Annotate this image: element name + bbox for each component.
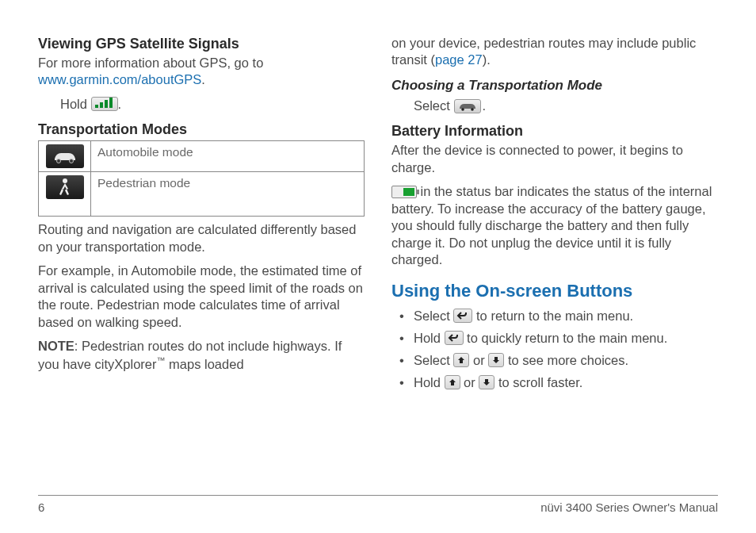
list-item: Select or to see more choices.: [396, 351, 718, 369]
svg-point-4: [472, 108, 475, 111]
gps-intro-paragraph: For more information about GPS, go to ww…: [38, 55, 365, 89]
battery-icon: [391, 186, 417, 198]
arrow-down-icon: [488, 353, 504, 367]
pedestrian-icon: [46, 175, 84, 199]
svg-point-0: [56, 159, 60, 163]
content-columns: Viewing GPS Satellite Signals For more i…: [38, 35, 718, 479]
manual-title: nüvi 3400 Series Owner's Manual: [540, 500, 718, 514]
continuation-paragraph: on your device, pedestrian routes may in…: [391, 35, 718, 69]
bullet-text: to see more choices.: [504, 353, 628, 367]
signal-bars-icon: [91, 97, 118, 111]
arrow-up-icon: [445, 375, 460, 389]
table-row: Automobile mode: [39, 141, 365, 172]
arrow-up-icon: [453, 353, 469, 367]
battery-p2-text: in the status bar indicates the status o…: [391, 184, 712, 266]
auto-icon-cell: [39, 141, 91, 172]
select-instruction: Select .: [391, 98, 718, 114]
onscreen-bullet-list: Select to return to the main menu. Hold …: [391, 307, 718, 392]
gps-intro-text: For more information about GPS, go to: [38, 56, 263, 70]
page-number: 6: [38, 500, 44, 514]
page-link[interactable]: page 27: [435, 52, 483, 67]
car-icon: [454, 99, 481, 113]
trademark-symbol: ™: [157, 355, 166, 365]
note-tail: maps loaded: [166, 357, 244, 371]
heading-choose-mode: Choosing a Transportation Mode: [391, 77, 718, 94]
back-icon: [445, 331, 464, 345]
heading-gps: Viewing GPS Satellite Signals: [38, 35, 365, 53]
right-column: on your device, pedestrian routes may in…: [391, 35, 718, 479]
hold-label: Hold: [60, 97, 91, 111]
hold-instruction: Hold .: [38, 96, 365, 113]
bullet-text: to scroll faster.: [494, 375, 582, 389]
arrow-down-icon: [479, 375, 494, 389]
auto-label: Automobile mode: [91, 141, 365, 172]
back-icon: [453, 309, 472, 323]
battery-p2: in the status bar indicates the status o…: [391, 183, 718, 268]
list-item: Hold or to scroll faster.: [396, 374, 718, 391]
bullet-text: or: [469, 353, 488, 367]
routing-paragraph: Routing and navigation are calculated di…: [38, 221, 365, 255]
bullet-text: Hold: [414, 331, 445, 345]
bullet-text: or: [460, 375, 479, 389]
gps-period: .: [201, 72, 205, 86]
battery-p1: After the device is connected to power, …: [391, 142, 718, 176]
note-paragraph: NOTE: Pedestrian routes do not include h…: [38, 338, 365, 373]
car-icon: [46, 144, 84, 168]
gps-link[interactable]: www.garmin.com/aboutGPS: [38, 72, 201, 86]
bullet-text: Select: [414, 353, 453, 367]
bullet-text: to quickly return to the main menu.: [464, 331, 668, 345]
bullet-text: Hold: [414, 375, 445, 389]
heading-onscreen-buttons: Using the On-screen Buttons: [391, 280, 718, 302]
list-item: Hold to quickly return to the main menu.: [396, 329, 718, 347]
example-paragraph: For example, in Automobile mode, the est…: [38, 263, 365, 331]
heading-transport: Transportation Modes: [38, 121, 365, 139]
page-footer: 6 nüvi 3400 Series Owner's Manual: [38, 495, 718, 514]
list-item: Select to return to the main menu.: [396, 307, 718, 324]
svg-point-1: [69, 159, 73, 163]
left-column: Viewing GPS Satellite Signals For more i…: [38, 35, 365, 479]
ped-icon-cell: [39, 172, 91, 217]
note-label: NOTE: [38, 339, 74, 353]
heading-battery: Battery Information: [391, 122, 718, 140]
cont-end: ).: [483, 52, 491, 67]
select-label: Select: [414, 98, 453, 113]
svg-point-3: [462, 108, 465, 111]
bullet-text: Select: [414, 309, 453, 323]
select-end: .: [482, 98, 486, 113]
bullet-text: to return to the main menu.: [472, 309, 633, 323]
svg-point-2: [63, 178, 67, 183]
ped-label: Pedestrian mode: [91, 172, 365, 217]
hold-end: .: [118, 97, 122, 111]
transportation-modes-table: Automobile mode Pedestrian mode: [38, 140, 365, 217]
table-row: Pedestrian mode: [39, 172, 365, 217]
